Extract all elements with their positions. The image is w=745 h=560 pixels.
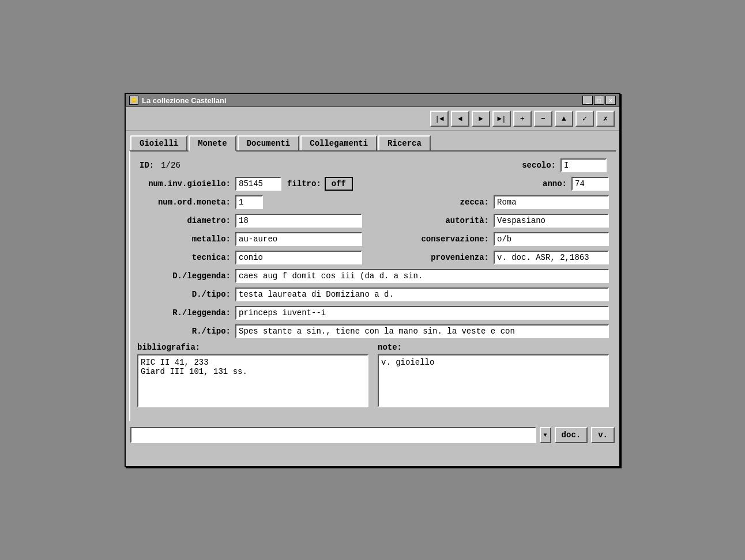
diametro-label: diametro:: [137, 216, 235, 225]
secolo-label: secolo:: [522, 161, 556, 170]
confirm-button[interactable]: ✓: [575, 111, 594, 127]
numord-input[interactable]: [235, 195, 263, 209]
numinv-row: num.inv.gioiello: filtro: off anno:: [137, 177, 609, 191]
bottom-bar: ▼ doc. v.: [126, 423, 619, 447]
tab-gioielli[interactable]: Gioielli: [130, 135, 187, 150]
filtro-label: filtro:: [287, 179, 321, 188]
conservazione-input[interactable]: [494, 232, 609, 246]
note-col: note: v. gioiello: [378, 343, 609, 410]
metallo-input[interactable]: [235, 232, 362, 246]
d-leggenda-row: D./leggenda:: [137, 269, 609, 283]
provenienza-input[interactable]: [494, 251, 609, 264]
metallo-row: metallo: conservazione:: [137, 232, 609, 246]
provenienza-label: provenienza:: [431, 253, 489, 262]
maximize-button[interactable]: □: [594, 96, 604, 105]
d-leggenda-input[interactable]: [235, 269, 609, 283]
tab-documenti[interactable]: Documenti: [238, 135, 300, 150]
conservazione-section: conservazione:: [362, 232, 609, 246]
note-label: note:: [378, 343, 609, 352]
numinv-label: num.inv.gioiello:: [137, 179, 235, 188]
minimize-button[interactable]: _: [582, 96, 593, 105]
title-bar-left: 🪙 La collezione Castellani: [129, 96, 227, 105]
id-value: 1/26: [161, 161, 180, 170]
tab-monete[interactable]: Monete: [189, 135, 236, 152]
anno-input[interactable]: [571, 177, 609, 191]
cancel-button[interactable]: ✗: [596, 111, 615, 127]
first-record-button[interactable]: |◄: [430, 111, 449, 127]
main-window: 🪙 La collezione Castellani _ □ ✕ |◄ ◄ ► …: [125, 93, 620, 467]
id-label: ID:: [140, 161, 157, 170]
toolbar: |◄ ◄ ► ►| + − ▲ ✓ ✗: [126, 107, 619, 131]
id-left: ID: 1/26: [140, 161, 180, 170]
provenienza-section: provenienza:: [362, 251, 609, 264]
close-button[interactable]: ✕: [605, 96, 616, 105]
anno-section: anno:: [353, 177, 609, 191]
filtro-value[interactable]: off: [325, 177, 353, 191]
bibliografia-col: bibliografia: RIC II 41, 233 Giard III 1…: [137, 343, 368, 410]
note-textarea[interactable]: v. gioiello: [378, 354, 609, 407]
tab-content-monete: ID: 1/26 secolo: num.inv.gioiello: filtr…: [129, 150, 616, 421]
zecca-input[interactable]: [494, 195, 609, 209]
add-record-button[interactable]: +: [513, 111, 532, 127]
autorita-input[interactable]: [494, 214, 609, 228]
diametro-row: diametro: autorità:: [137, 214, 609, 228]
r-tipo-row: R./tipo:: [137, 324, 609, 338]
zecca-label: zecca:: [460, 198, 489, 207]
r-leggenda-label: R./leggenda:: [137, 308, 235, 317]
window-controls: _ □ ✕: [582, 96, 616, 105]
prev-record-button[interactable]: ◄: [451, 111, 469, 127]
diametro-input[interactable]: [235, 214, 362, 228]
r-leggenda-row: R./leggenda:: [137, 306, 609, 320]
numord-row: num.ord.moneta: zecca:: [137, 195, 609, 209]
anno-label: anno:: [543, 179, 567, 188]
tecnica-label: tecnica:: [137, 253, 235, 262]
autorita-label: autorità:: [445, 216, 489, 225]
zecca-section: zecca:: [263, 195, 609, 209]
bottom-search-input[interactable]: [130, 427, 536, 443]
metallo-label: metallo:: [137, 234, 235, 244]
app-icon: 🪙: [129, 96, 138, 105]
title-bar: 🪙 La collezione Castellani _ □ ✕: [126, 94, 619, 107]
numord-label: num.ord.moneta:: [137, 198, 235, 207]
next-record-button[interactable]: ►: [472, 111, 490, 127]
d-tipo-row: D./tipo:: [137, 287, 609, 301]
v-button[interactable]: v.: [591, 427, 615, 443]
notes-section: bibliografia: RIC II 41, 233 Giard III 1…: [137, 343, 609, 414]
delete-record-button[interactable]: −: [534, 111, 552, 127]
conservazione-label: conservazione:: [421, 234, 489, 244]
d-leggenda-label: D./leggenda:: [137, 271, 235, 281]
secolo-input[interactable]: [560, 158, 607, 172]
secolo-row: secolo:: [522, 158, 607, 172]
tab-bar: Gioielli Monete Documenti Collegamenti R…: [126, 131, 619, 150]
window-title: La collezione Castellani: [142, 96, 227, 105]
edit-record-button[interactable]: ▲: [555, 111, 573, 127]
r-leggenda-input[interactable]: [235, 306, 609, 320]
last-record-button[interactable]: ►|: [492, 111, 511, 127]
filter-box: filtro: off: [287, 177, 353, 191]
doc-button[interactable]: doc.: [555, 427, 588, 443]
bibliografia-textarea[interactable]: RIC II 41, 233 Giard III 101, 131 ss.: [137, 354, 368, 407]
tab-collegamenti[interactable]: Collegamenti: [300, 135, 377, 150]
r-tipo-input[interactable]: [235, 324, 609, 338]
tecnica-row: tecnica: provenienza:: [137, 251, 609, 264]
autorita-section: autorità:: [362, 214, 609, 228]
bottom-dropdown-arrow[interactable]: ▼: [540, 427, 551, 443]
tab-ricerca[interactable]: Ricerca: [378, 135, 431, 150]
id-row: ID: 1/26 secolo:: [137, 158, 609, 172]
d-tipo-input[interactable]: [235, 287, 609, 301]
d-tipo-label: D./tipo:: [137, 290, 235, 299]
r-tipo-label: R./tipo:: [137, 327, 235, 336]
numinv-input[interactable]: [235, 177, 281, 191]
bibliografia-label: bibliografia:: [137, 343, 368, 352]
tecnica-input[interactable]: [235, 251, 362, 264]
